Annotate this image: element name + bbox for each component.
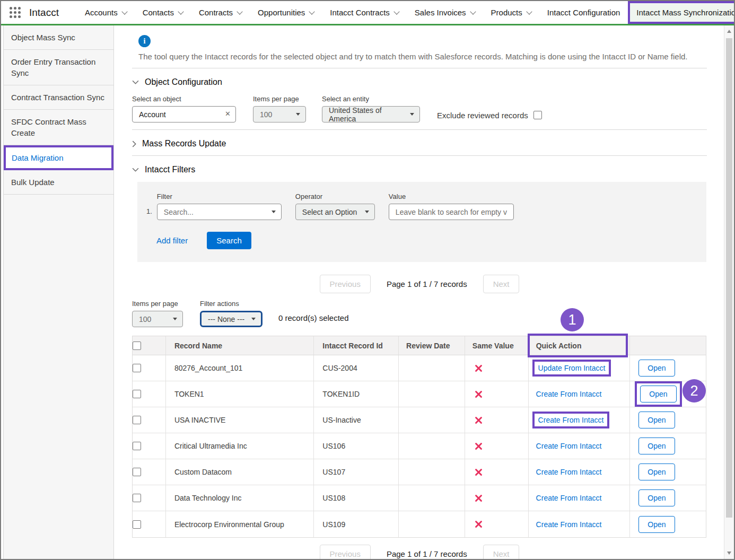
- scroll-up-arrow[interactable]: [724, 27, 734, 36]
- tab-contracts[interactable]: Contracts: [191, 1, 250, 24]
- tab-products[interactable]: Products: [483, 1, 539, 24]
- intacct-record-id: US106: [314, 433, 399, 459]
- pagination-status: Page 1 of 1 / 7 records: [387, 549, 467, 558]
- x-mark-icon: [474, 520, 483, 529]
- header-same-value[interactable]: Same Value: [465, 336, 529, 355]
- object-configuration-form: Select an object ✕ Items per page 100 Se…: [132, 95, 707, 122]
- next-button[interactable]: Next: [483, 275, 520, 293]
- tab-contacts[interactable]: Contacts: [135, 1, 191, 24]
- chevron-down-icon[interactable]: [526, 8, 532, 14]
- row-checkbox[interactable]: [133, 442, 141, 450]
- annotation-highlight-box: Create From Intacct: [532, 412, 610, 428]
- sidebar-item-bulk-update[interactable]: Bulk Update: [4, 170, 113, 195]
- header-quick-action[interactable]: Quick Action: [529, 336, 631, 355]
- table-row: Electrocorp Environmental Group US109 Cr…: [133, 511, 706, 537]
- vertical-scrollbar[interactable]: [724, 25, 734, 559]
- section-object-configuration[interactable]: Object Configuration: [132, 77, 707, 87]
- intacct-record-id: US-Inactive: [314, 407, 399, 433]
- chevron-down-icon[interactable]: [470, 8, 476, 14]
- chevron-down-icon[interactable]: [237, 8, 242, 14]
- quick-action-link[interactable]: Create From Intacct: [536, 390, 602, 398]
- table-row: TOKEN1 TOKEN1ID Create From Intacct Open: [133, 381, 706, 407]
- tab-intacct-configuration[interactable]: Intacct Configuration: [539, 1, 628, 24]
- clear-icon[interactable]: ✕: [225, 110, 231, 118]
- open-button[interactable]: Open: [638, 360, 675, 377]
- open-button[interactable]: Open: [638, 412, 675, 428]
- section-intacct-filters[interactable]: Intacct Filters: [132, 165, 707, 174]
- chevron-down-icon[interactable]: [121, 8, 127, 14]
- filter-value-input[interactable]: [389, 204, 514, 220]
- filter-actions-select[interactable]: --- None ---: [200, 311, 262, 327]
- chevron-down-icon[interactable]: [178, 8, 183, 14]
- header-actions: [630, 336, 706, 355]
- row-checkbox[interactable]: [133, 494, 141, 502]
- section-mass-records-update[interactable]: Mass Records Update: [132, 139, 707, 148]
- row-checkbox[interactable]: [133, 416, 141, 424]
- annotation-step-1-badge: 1: [561, 308, 584, 331]
- select-object-input[interactable]: [132, 106, 236, 122]
- tab-intacct-contracts[interactable]: Intacct Contracts: [322, 1, 407, 24]
- review-date: [399, 511, 465, 537]
- row-checkbox[interactable]: [133, 468, 141, 476]
- row-checkbox[interactable]: [133, 520, 141, 529]
- sidebar-item-data-migration[interactable]: Data Migration: [4, 145, 113, 170]
- dropdown-arrow-icon: [272, 211, 276, 213]
- quick-action-link[interactable]: Create From Intacct: [536, 468, 602, 476]
- next-button[interactable]: Next: [483, 545, 520, 559]
- header-record-name[interactable]: Record Name: [166, 336, 314, 355]
- row-checkbox[interactable]: [133, 390, 141, 398]
- list-items-per-page-select[interactable]: 100: [132, 311, 183, 327]
- divider: [132, 68, 707, 68]
- header-review-date[interactable]: Review Date: [399, 336, 465, 355]
- header-intacct-record-id[interactable]: Intacct Record Id: [314, 336, 399, 355]
- quick-action-link[interactable]: Create From Intacct: [536, 520, 602, 529]
- info-banner-text: The tool query the Intacct records for t…: [138, 52, 707, 61]
- tab-intacct-mass-synchronization[interactable]: Intacct Mass Synchronization: [628, 1, 735, 24]
- filter-actions-label: Filter actions: [200, 300, 262, 308]
- chevron-down-icon[interactable]: [309, 8, 315, 14]
- sidebar-item-sfdc-contract-mass-create[interactable]: SFDC Contract Mass Create: [4, 110, 113, 145]
- tab-opportunities[interactable]: Opportunities: [250, 1, 322, 24]
- scroll-down-arrow[interactable]: [724, 548, 734, 558]
- review-date: [399, 407, 465, 433]
- intacct-record-id: US108: [314, 485, 399, 511]
- sidebar: Object Mass Sync Order Entry Transaction…: [3, 25, 114, 559]
- items-per-page-select[interactable]: 100: [253, 106, 306, 122]
- x-mark-icon: [474, 494, 483, 503]
- scrollbar-thumb[interactable]: [726, 38, 732, 518]
- tab-accounts[interactable]: Accounts: [77, 1, 135, 24]
- pagination-top: Previous Page 1 of 1 / 7 records Next: [132, 275, 707, 293]
- sidebar-item-object-mass-sync[interactable]: Object Mass Sync: [4, 25, 113, 50]
- quick-action-link[interactable]: Create From Intacct: [536, 494, 602, 502]
- open-button[interactable]: Open: [638, 516, 675, 533]
- previous-button[interactable]: Previous: [320, 275, 371, 293]
- filter-search-input[interactable]: [164, 208, 267, 216]
- pagination-status: Page 1 of 1 / 7 records: [387, 279, 467, 288]
- divider: [132, 155, 707, 156]
- operator-select[interactable]: Select an Option: [295, 204, 375, 220]
- select-all-checkbox[interactable]: [133, 342, 141, 350]
- select-entity-select[interactable]: United States of America: [322, 106, 420, 122]
- open-button[interactable]: Open: [638, 489, 675, 506]
- row-checkbox[interactable]: [133, 364, 141, 372]
- selection-status: 0 record(s) selected: [278, 313, 349, 322]
- search-button[interactable]: Search: [207, 232, 251, 249]
- quick-action-link[interactable]: Create From Intacct: [538, 416, 604, 424]
- tab-sales-invoices[interactable]: Sales Invoices: [407, 1, 483, 24]
- quick-action-link[interactable]: Create From Intacct: [536, 442, 602, 450]
- quick-action-link[interactable]: Update From Intacct: [538, 364, 606, 372]
- filter-field-select[interactable]: [157, 204, 282, 220]
- sidebar-item-contract-transaction-sync[interactable]: Contract Transaction Sync: [4, 85, 113, 110]
- add-filter-link[interactable]: Add filter: [156, 236, 188, 245]
- open-button[interactable]: Open: [638, 438, 675, 454]
- sidebar-item-order-entry-transaction-sync[interactable]: Order Entry Transaction Sync: [4, 50, 113, 85]
- app-launcher-icon[interactable]: [10, 7, 21, 18]
- open-button[interactable]: Open: [640, 386, 676, 402]
- open-button[interactable]: Open: [638, 463, 675, 480]
- chevron-down-icon[interactable]: [393, 8, 399, 14]
- table-row: 80276_Account_101 CUS-2004 Update From I…: [133, 355, 706, 381]
- previous-button[interactable]: Previous: [320, 545, 371, 559]
- exclude-reviewed-checkbox[interactable]: [533, 111, 542, 119]
- record-name: 80276_Account_101: [166, 355, 314, 381]
- app-name: Intacct: [29, 7, 59, 19]
